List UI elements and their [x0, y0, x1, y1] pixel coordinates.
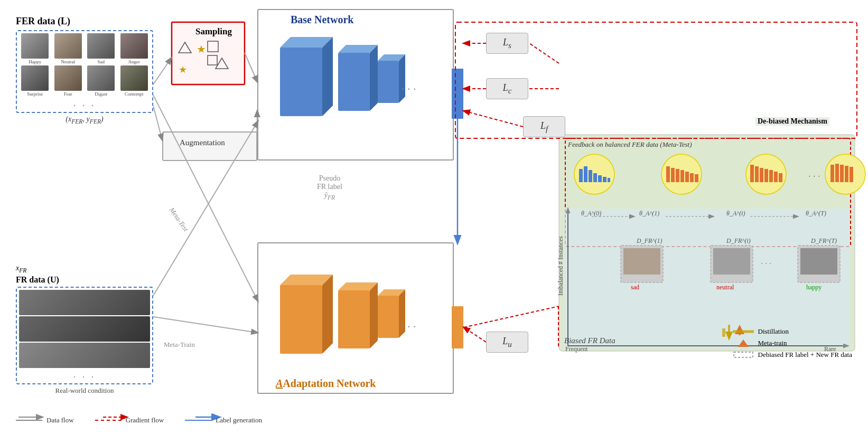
face-img-disgust: [87, 65, 115, 91]
face-label-anger: Anger: [128, 59, 141, 64]
svg-rect-77: [769, 170, 773, 182]
face-img-contempt: [120, 65, 148, 91]
fer-caption: (xFER, yFER): [16, 115, 153, 125]
face-cell-surprise: Surprise: [19, 65, 51, 97]
fr-caption: Real-world condition: [16, 386, 153, 395]
svg-rect-82: [830, 165, 834, 182]
svg-rect-118: [734, 352, 753, 357]
svg-marker-43: [378, 54, 405, 61]
svg-rect-1: [565, 138, 851, 247]
svg-rect-100: [798, 246, 840, 282]
loss-ls-text: Ls: [503, 37, 511, 50]
face-img-fear: [54, 65, 82, 91]
loss-lc-text: Lc: [503, 82, 512, 96]
face-cell-sad: Sad: [85, 33, 117, 64]
meta-test-label: Meta-Test: [167, 206, 190, 233]
pseudo-label: Pseudo FR label ŷFR: [317, 174, 342, 201]
svg-rect-71: [695, 174, 698, 182]
svg-point-64: [661, 154, 702, 194]
svg-marker-41: [370, 45, 378, 111]
svg-rect-14: [452, 69, 463, 119]
svg-rect-73: [750, 165, 754, 182]
face-label-contempt: Contempt: [125, 91, 144, 97]
svg-rect-3: [258, 10, 453, 160]
sampling-title: Sampling: [195, 26, 232, 37]
svg-rect-57: [579, 169, 583, 182]
svg-text:θ_A^(1): θ_A^(1): [639, 210, 659, 217]
pseudo-label-line2: FR label: [317, 183, 342, 191]
adaptation-network-title: AAdaptation Network: [276, 378, 376, 390]
svg-rect-70: [690, 173, 694, 182]
svg-text:. . .: . . .: [808, 168, 820, 179]
loss-ls-box: Ls: [486, 33, 528, 54]
svg-marker-37: [280, 37, 333, 48]
svg-text:D_FR^(T): D_FR^(T): [810, 237, 837, 244]
svg-text:θ_A^(T): θ_A^(T): [806, 210, 826, 217]
svg-text:D_FR^(1): D_FR^(1): [636, 237, 662, 244]
svg-rect-76: [764, 169, 768, 182]
svg-marker-30: [179, 42, 191, 53]
svg-rect-94: [621, 246, 663, 282]
base-network-title: Base Network: [291, 14, 353, 26]
svg-rect-32: [208, 41, 218, 52]
svg-marker-117: [738, 339, 749, 347]
svg-line-8: [153, 106, 162, 140]
fer-images-box: Happy Neutral Sad Anger Surprise: [16, 30, 153, 113]
face-label-sad: Sad: [98, 59, 105, 64]
svg-text:Imbalanced # Instances: Imbalanced # Instances: [557, 236, 564, 296]
face-img-neutral: [54, 33, 82, 59]
meta-train-label: Meta-Train: [164, 341, 195, 349]
svg-marker-51: [370, 282, 378, 348]
loss-lf-text: Lf: [540, 120, 548, 134]
fer-title: FER data (L): [16, 16, 153, 27]
svg-line-19: [464, 111, 523, 127]
legend-gradient-flow-label: Gradient flow: [126, 416, 164, 424]
svg-rect-75: [760, 168, 763, 182]
debiased-fr-label: Debiased FR label + New FR data: [758, 351, 852, 359]
face-img-happy: [21, 33, 49, 59]
svg-rect-0: [559, 135, 855, 351]
diagram-container: ★ ★ . . .: [0, 0, 868, 434]
legend-gradient-flow: Gradient flow: [95, 416, 164, 424]
svg-rect-83: [835, 164, 839, 182]
face-label-disgust: Digust: [95, 91, 107, 97]
fr-dots: . . .: [19, 369, 150, 380]
face-cell-fear: Fear: [52, 65, 85, 97]
fr-img-row-2: [19, 316, 150, 342]
svg-marker-38: [322, 37, 333, 116]
svg-rect-67: [676, 169, 679, 182]
pseudo-label-line1: Pseudo: [317, 174, 342, 183]
svg-marker-47: [280, 275, 333, 285]
svg-line-13: [153, 121, 258, 296]
svg-marker-44: [399, 54, 405, 103]
svg-line-7: [153, 58, 171, 84]
svg-rect-69: [685, 172, 689, 182]
svg-marker-111: [725, 332, 733, 341]
svg-line-12: [153, 317, 257, 333]
svg-line-20: [464, 327, 486, 342]
svg-point-56: [574, 154, 614, 194]
debiased-mechanism-label: De-biased Mechanism: [755, 117, 829, 126]
svg-rect-58: [584, 166, 587, 182]
fr-img-row-1: [19, 290, 150, 315]
detail-distillation: Distillation: [733, 327, 852, 336]
legend: Data flow Gradient flow Label generation: [16, 416, 262, 424]
face-grid: Happy Neutral Sad Anger Surprise: [19, 33, 150, 97]
svg-rect-46: [280, 285, 322, 354]
svg-text:neutral: neutral: [716, 284, 734, 291]
svg-text:. . .: . . .: [402, 317, 416, 330]
loss-lf-box: Lf: [523, 116, 565, 137]
svg-line-21: [529, 43, 559, 63]
svg-text:happy: happy: [806, 284, 822, 291]
svg-rect-39: [338, 53, 370, 111]
svg-marker-54: [399, 289, 405, 338]
fr-img-row-3: [19, 343, 150, 368]
svg-rect-74: [755, 166, 759, 182]
loss-lu-text: Lu: [502, 336, 512, 349]
svg-marker-50: [338, 282, 378, 290]
svg-marker-53: [378, 289, 405, 296]
face-img-anger: [120, 33, 148, 59]
fr-title-text: FR data (U): [16, 275, 59, 284]
svg-rect-84: [840, 165, 844, 182]
svg-text:★: ★: [197, 43, 206, 55]
